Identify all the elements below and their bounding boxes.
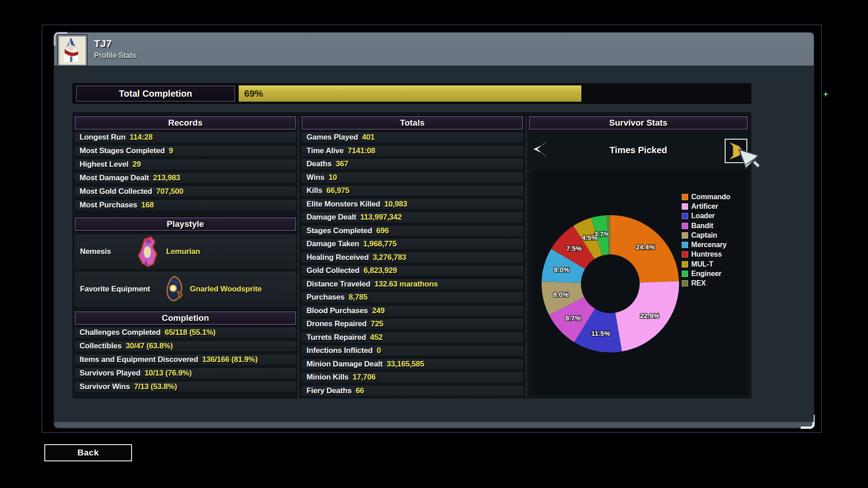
stat-label: Infections Inflicted xyxy=(307,346,373,355)
stat-value: 7/13 (53.8%) xyxy=(134,382,177,391)
window-content: Total Completion 69% Records Longest Run… xyxy=(54,66,814,422)
stat-row: Elite Monsters Killed10,983 xyxy=(302,199,523,209)
avatar xyxy=(58,35,87,66)
legend-item-artificer: Artificer xyxy=(682,202,730,211)
legend-item-rex: REX xyxy=(682,279,730,288)
stat-row: Wins10 xyxy=(302,173,523,183)
stat-label: Stages Completed xyxy=(307,226,372,235)
stat-value: 249 xyxy=(372,306,385,315)
stat-value: 66,975 xyxy=(326,186,349,195)
legend-label: REX xyxy=(691,279,706,287)
stat-value: 8,785 xyxy=(349,293,368,302)
pie-slice-label: 8.0% xyxy=(553,291,569,298)
nemesis-label: Nemesis xyxy=(80,247,111,256)
pie-slice-label: 11.5% xyxy=(591,329,610,337)
stat-value: 6,823,929 xyxy=(363,266,397,275)
stat-value: 66 xyxy=(356,386,364,395)
stat-row: Damage Dealt113,997,342 xyxy=(302,212,523,222)
stat-label: Blood Purchases xyxy=(307,306,368,315)
survivor-stats-column: Survivor Stats Times Picked 24.4%22.9%11… xyxy=(529,116,748,399)
legend-label: Bandit xyxy=(691,222,713,230)
legend-swatch xyxy=(682,232,688,239)
stat-value: 0 xyxy=(377,346,381,355)
stat-label: Time Alive xyxy=(307,146,344,155)
legend-label: Mercenary xyxy=(691,241,726,249)
window-subtitle: Profile Stats xyxy=(94,52,136,60)
records-list: Longest Run114:28Most Stages Completed9H… xyxy=(75,132,296,210)
carousel-title: Times Picked xyxy=(529,145,748,155)
stat-label: Distance Traveled xyxy=(307,280,370,289)
stat-label: Gold Collected xyxy=(307,266,359,275)
stat-row: Minion Kills17,706 xyxy=(302,372,523,382)
stat-value: 707,500 xyxy=(156,187,184,196)
stat-row: Survivors Played10/13 (76.9%) xyxy=(75,368,296,378)
legend-item-huntress: Huntress xyxy=(682,250,730,259)
stat-value: 10 xyxy=(329,173,337,182)
stat-value: 10,983 xyxy=(384,200,407,209)
completion-progress-fill: 69% xyxy=(239,85,581,102)
pie-slice-label: 8.7% xyxy=(566,314,581,322)
stat-row: Deaths367 xyxy=(302,159,523,169)
stat-value: 30/47 (63.8%) xyxy=(126,342,173,351)
star-icon xyxy=(823,91,829,97)
records-header: Records xyxy=(75,116,296,130)
stat-value: 9 xyxy=(169,146,173,155)
stat-row: Turrets Repaired452 xyxy=(302,333,523,343)
legend-swatch xyxy=(682,251,688,258)
back-button[interactable]: Back xyxy=(44,444,132,461)
favorite-equipment-value: Gnarled Woodsprite xyxy=(190,285,262,294)
stat-label: Longest Run xyxy=(80,133,126,142)
stat-row: Purchases8,785 xyxy=(302,292,523,302)
stat-value: 114:28 xyxy=(130,133,153,142)
stat-row: Collectibles30/47 (63.8%) xyxy=(75,341,296,351)
stat-label: Survivors Played xyxy=(80,369,141,378)
stat-label: Most Gold Collected xyxy=(80,187,152,196)
totals-list: Games Played401Time Alive7141:08Deaths36… xyxy=(302,132,523,396)
stat-label: Most Purchases xyxy=(80,201,137,210)
profile-stats-window: TJ7 Profile Stats Total Completion 69% R… xyxy=(54,33,814,428)
stat-value: 33,165,585 xyxy=(387,360,424,369)
stat-value: 367 xyxy=(336,160,349,169)
completion-list: Challenges Completed65/118 (55.1%)Collec… xyxy=(75,328,296,392)
legend-item-mul-t: MUL-T xyxy=(682,259,730,269)
stat-value: 168 xyxy=(142,201,154,210)
pie-slice-label: 3.7% xyxy=(594,230,609,238)
legend-swatch xyxy=(682,271,688,277)
stat-row: Most Gold Collected707,500 xyxy=(75,187,296,197)
legend-swatch xyxy=(682,203,688,210)
stat-value: 10/13 (76.9%) xyxy=(145,369,192,378)
stat-value: 136/166 (81.9%) xyxy=(202,355,258,364)
stat-value: 132.63 marathons xyxy=(374,280,438,289)
stat-label: Minion Damage Dealt xyxy=(307,360,382,369)
nemesis-row: Nemesis Lemurian xyxy=(75,235,296,269)
stat-row: Infections Inflicted0 xyxy=(302,346,523,356)
stat-row: Survivor Wins7/13 (53.8%) xyxy=(75,382,296,392)
pie-slice-label: 7.5% xyxy=(566,244,581,252)
stat-row: Distance Traveled132.63 marathons xyxy=(302,279,523,289)
stat-row: Gold Collected6,823,929 xyxy=(302,266,523,276)
stat-label: Deaths xyxy=(307,160,332,169)
stat-label: Healing Received xyxy=(307,253,369,262)
stat-row: Blood Purchases249 xyxy=(302,306,523,316)
stat-label: Challenges Completed xyxy=(80,328,160,337)
completion-progress-track: 69% xyxy=(239,85,748,102)
lemurian-icon xyxy=(135,236,160,267)
stat-value: 17,706 xyxy=(353,373,376,382)
stat-value: 401 xyxy=(362,133,375,142)
legend-label: Captain xyxy=(691,231,717,239)
profile-portrait-icon xyxy=(59,37,83,62)
legend-item-mercenary: Mercenary xyxy=(682,240,730,249)
stat-value: 1,968,775 xyxy=(363,239,396,249)
chart-legend: CommandoArtificerLoaderBanditCaptainMerc… xyxy=(682,192,730,288)
stat-value: 65/118 (55.1%) xyxy=(165,328,216,337)
stat-row: Games Played401 xyxy=(302,132,523,142)
legend-label: Loader xyxy=(691,212,715,220)
screen: TJ7 Profile Stats Total Completion 69% R… xyxy=(0,0,868,488)
previous-stat-button[interactable] xyxy=(533,141,549,158)
stat-row: Minion Damage Dealt33,165,585 xyxy=(302,359,523,369)
stat-value: 113,997,342 xyxy=(360,213,401,222)
stat-row: Challenges Completed65/118 (55.1%) xyxy=(75,328,296,338)
legend-swatch xyxy=(682,213,688,219)
legend-item-captain: Captain xyxy=(682,230,730,240)
stat-label: Most Damage Dealt xyxy=(80,174,149,183)
